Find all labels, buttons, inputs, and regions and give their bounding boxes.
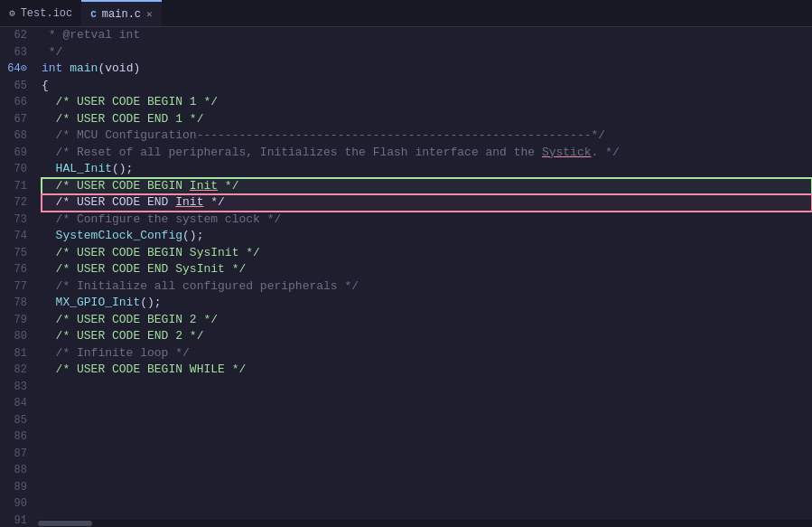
line-number-63: 63 bbox=[7, 44, 27, 61]
tab-icon: C bbox=[90, 9, 97, 20]
code-line-65: { bbox=[42, 78, 812, 95]
code-line-93: /* USER CODE BEGIN WHILE */ bbox=[42, 362, 812, 379]
line-number-83: 83 bbox=[7, 379, 27, 396]
line-number-87: 87 bbox=[7, 446, 27, 463]
line-number-73: 73 bbox=[7, 212, 27, 229]
tab-main-c[interactable]: C main.c ✕ bbox=[81, 0, 161, 26]
line-number-86: 86 bbox=[7, 428, 27, 446]
code-line-75: /* USER CODE BEGIN Init */ bbox=[42, 178, 812, 195]
code-line-68: /* USER CODE END 1 */ bbox=[42, 111, 812, 128]
code-line-64: int main(void) bbox=[42, 61, 812, 78]
line-number-88: 88 bbox=[7, 462, 27, 479]
line-number-80: 80 bbox=[7, 328, 27, 345]
line-number-76: 76 bbox=[7, 261, 27, 278]
line-number-64: 64⊙ bbox=[7, 61, 27, 78]
line-number-84: 84 bbox=[7, 395, 27, 412]
code-line-63: */ bbox=[42, 44, 812, 61]
line-number-79: 79 bbox=[7, 312, 27, 329]
code-panel[interactable]: * @retval int */int main(void){ /* USER … bbox=[38, 27, 812, 527]
tab-icon: ⚙ bbox=[9, 7, 15, 19]
line-number-68: 68 bbox=[7, 127, 27, 145]
code-line-88: /* USER CODE BEGIN 2 */ bbox=[42, 312, 812, 329]
line-number-62: 62 bbox=[7, 27, 27, 44]
code-line-92: /* Infinite loop */ bbox=[42, 345, 812, 362]
scrollbar-thumb[interactable] bbox=[38, 521, 92, 526]
line-number-82: 82 bbox=[7, 362, 27, 379]
line-number-77: 77 bbox=[7, 278, 27, 296]
line-number-70: 70 bbox=[7, 161, 27, 178]
code-line-72: /* Reset of all peripherals, Initializes… bbox=[42, 145, 812, 162]
code-line-66: /* USER CODE BEGIN 1 */ bbox=[42, 94, 812, 111]
line-number-89: 89 bbox=[7, 479, 27, 496]
line-number-72: 72 bbox=[7, 194, 27, 212]
tab-test-ioc[interactable]: ⚙ Test.ioc bbox=[0, 0, 81, 26]
line-number-74: 74 bbox=[7, 228, 27, 245]
code-line-70: /* MCU Configuration--------------------… bbox=[42, 127, 812, 145]
code-line-80: SystemClock_Config(); bbox=[42, 228, 812, 245]
editor: 626364⊙656667686970717273747576777879808… bbox=[0, 27, 812, 527]
line-number-85: 85 bbox=[7, 412, 27, 429]
line-numbers-panel: 626364⊙656667686970717273747576777879808… bbox=[0, 27, 38, 527]
line-number-75: 75 bbox=[7, 245, 27, 262]
line-number-71: 71 bbox=[7, 178, 27, 195]
horizontal-scrollbar[interactable] bbox=[38, 520, 812, 527]
code-line-62: * @retval int bbox=[42, 27, 812, 44]
code-line-86: /* Initialize all configured peripherals… bbox=[42, 278, 812, 296]
line-number-67: 67 bbox=[7, 111, 27, 128]
code-line-82: /* USER CODE BEGIN SysInit */ bbox=[42, 245, 812, 262]
code-line-73: HAL_Init(); bbox=[42, 161, 812, 178]
tab-label: main.c bbox=[102, 8, 141, 21]
code-line-90: /* USER CODE END 2 */ bbox=[42, 328, 812, 345]
tab-label: Test.ioc bbox=[21, 7, 73, 20]
line-number-69: 69 bbox=[7, 145, 27, 162]
line-number-81: 81 bbox=[7, 345, 27, 362]
line-number-91: 91 bbox=[7, 513, 27, 528]
line-number-65: 65 bbox=[7, 78, 27, 95]
line-number-66: 66 bbox=[7, 94, 27, 111]
code-line-77: /* USER CODE END Init */ bbox=[42, 194, 812, 212]
code-line-84: /* USER CODE END SysInit */ bbox=[42, 261, 812, 278]
code-line-87: MX_GPIO_Init(); bbox=[42, 295, 812, 312]
line-number-90: 90 bbox=[7, 495, 27, 513]
tab-bar: ⚙ Test.ioc C main.c ✕ bbox=[0, 0, 812, 27]
close-icon[interactable]: ✕ bbox=[146, 8, 153, 20]
code-line-79: /* Configure the system clock */ bbox=[42, 212, 812, 229]
line-number-78: 78 bbox=[7, 295, 27, 312]
